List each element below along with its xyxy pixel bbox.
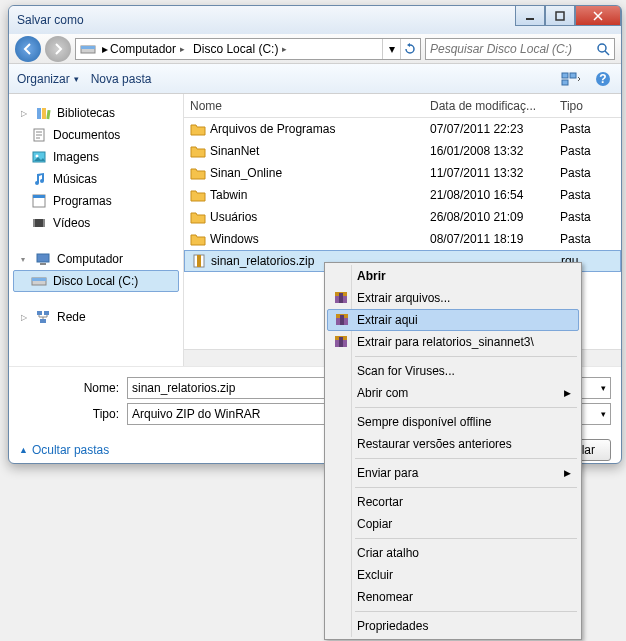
svg-rect-22 bbox=[40, 263, 46, 265]
winrar-icon bbox=[333, 290, 349, 306]
svg-rect-24 bbox=[32, 278, 46, 281]
sidebar-documents[interactable]: Documentos bbox=[13, 124, 179, 146]
breadcrumb-item[interactable]: ▸ Computador▸ bbox=[98, 40, 189, 58]
svg-rect-35 bbox=[340, 315, 344, 325]
svg-rect-7 bbox=[562, 80, 568, 85]
file-row[interactable]: SinanNet16/01/2008 13:32Pasta bbox=[184, 140, 621, 162]
file-row[interactable]: Arquivos de Programas07/07/2011 22:23Pas… bbox=[184, 118, 621, 140]
svg-rect-26 bbox=[44, 311, 49, 315]
svg-rect-17 bbox=[33, 195, 45, 198]
svg-rect-12 bbox=[46, 110, 50, 119]
hide-folders-link[interactable]: ▲ Ocultar pastas bbox=[19, 443, 109, 457]
submenu-arrow-icon: ▶ bbox=[564, 388, 571, 398]
sidebar-network[interactable]: ▷Rede bbox=[13, 306, 179, 328]
file-row[interactable]: Sinan_Online11/07/2011 13:32Pasta bbox=[184, 162, 621, 184]
drive-icon bbox=[80, 41, 96, 57]
ctx-send-to[interactable]: Enviar para▶ bbox=[327, 462, 579, 484]
new-folder-button[interactable]: Nova pasta bbox=[91, 72, 152, 86]
ctx-restore[interactable]: Restaurar versões anteriores bbox=[327, 433, 579, 455]
sidebar-libraries[interactable]: ▷Bibliotecas bbox=[13, 102, 179, 124]
search-icon bbox=[596, 42, 610, 56]
forward-button[interactable] bbox=[45, 36, 71, 62]
ctx-cut[interactable]: Recortar bbox=[327, 491, 579, 513]
svg-rect-27 bbox=[40, 319, 46, 323]
col-date[interactable]: Data de modificaç... bbox=[430, 99, 560, 113]
type-label: Tipo: bbox=[19, 407, 119, 421]
context-menu: Abrir Extrair arquivos... Extrair aqui E… bbox=[324, 262, 582, 640]
column-headers: Nome Data de modificaç... Tipo bbox=[184, 94, 621, 118]
search-box[interactable] bbox=[425, 38, 615, 60]
ctx-scan[interactable]: Scan for Viruses... bbox=[327, 360, 579, 382]
libraries-icon bbox=[35, 105, 51, 121]
svg-rect-3 bbox=[81, 46, 95, 49]
ctx-open[interactable]: Abrir bbox=[327, 265, 579, 287]
name-label: Nome: bbox=[19, 381, 119, 395]
ctx-extract-here[interactable]: Extrair aqui bbox=[327, 309, 579, 331]
refresh-button[interactable] bbox=[400, 39, 418, 59]
ctx-properties[interactable]: Propriedades bbox=[327, 615, 579, 637]
file-row[interactable]: Usuários26/08/2010 21:09Pasta bbox=[184, 206, 621, 228]
ctx-copy[interactable]: Copiar bbox=[327, 513, 579, 535]
svg-rect-29 bbox=[197, 255, 201, 267]
ctx-open-with[interactable]: Abrir com▶ bbox=[327, 382, 579, 404]
svg-rect-1 bbox=[556, 12, 564, 20]
help-icon[interactable]: ? bbox=[593, 71, 613, 87]
minimize-button[interactable] bbox=[515, 6, 545, 26]
submenu-arrow-icon: ▶ bbox=[564, 468, 571, 478]
breadcrumb-item[interactable]: Disco Local (C:)▸ bbox=[189, 40, 291, 58]
titlebar: Salvar como bbox=[9, 6, 621, 34]
winrar-icon bbox=[333, 334, 349, 350]
ctx-offline[interactable]: Sempre disponível offline bbox=[327, 411, 579, 433]
svg-rect-0 bbox=[526, 18, 534, 20]
view-options-icon[interactable] bbox=[561, 71, 581, 87]
search-input[interactable] bbox=[430, 42, 596, 56]
sidebar-videos[interactable]: Vídeos bbox=[13, 212, 179, 234]
svg-rect-38 bbox=[339, 337, 343, 347]
organize-button[interactable]: Organizar ▾ bbox=[17, 72, 79, 86]
drive-icon bbox=[31, 273, 47, 289]
svg-rect-32 bbox=[339, 293, 343, 303]
videos-icon bbox=[31, 215, 47, 231]
sidebar-images[interactable]: Imagens bbox=[13, 146, 179, 168]
file-row[interactable]: Tabwin21/08/2010 16:54Pasta bbox=[184, 184, 621, 206]
ctx-delete[interactable]: Excluir bbox=[327, 564, 579, 586]
programs-icon bbox=[31, 193, 47, 209]
chevron-down-icon[interactable]: ▾ bbox=[601, 383, 606, 393]
ctx-extract-to[interactable]: Extrair para relatorios_sinannet3\ bbox=[327, 331, 579, 353]
window-buttons bbox=[515, 6, 621, 26]
sidebar-music[interactable]: Músicas bbox=[13, 168, 179, 190]
documents-icon bbox=[31, 127, 47, 143]
ctx-extract-files[interactable]: Extrair arquivos... bbox=[327, 287, 579, 309]
svg-point-4 bbox=[598, 44, 606, 52]
music-icon bbox=[31, 171, 47, 187]
nav-bar: ▸ Computador▸ Disco Local (C:)▸ ▾ bbox=[9, 34, 621, 64]
toolbar: Organizar ▾ Nova pasta ? bbox=[9, 64, 621, 94]
sidebar-programs[interactable]: Programas bbox=[13, 190, 179, 212]
close-button[interactable] bbox=[575, 6, 621, 26]
address-bar[interactable]: ▸ Computador▸ Disco Local (C:)▸ ▾ bbox=[75, 38, 421, 60]
winrar-icon bbox=[334, 312, 350, 328]
computer-icon bbox=[35, 251, 51, 267]
sidebar: ▷Bibliotecas Documentos Imagens Músicas … bbox=[9, 94, 184, 366]
svg-rect-5 bbox=[562, 73, 568, 78]
ctx-shortcut[interactable]: Criar atalho bbox=[327, 542, 579, 564]
ctx-rename[interactable]: Renomear bbox=[327, 586, 579, 608]
maximize-button[interactable] bbox=[545, 6, 575, 26]
svg-rect-11 bbox=[42, 108, 46, 119]
svg-rect-19 bbox=[33, 219, 35, 227]
sidebar-computer[interactable]: ▾Computador bbox=[13, 248, 179, 270]
chevron-down-icon[interactable]: ▾ bbox=[601, 409, 606, 419]
sidebar-drive-c[interactable]: Disco Local (C:) bbox=[13, 270, 179, 292]
images-icon bbox=[31, 149, 47, 165]
svg-text:?: ? bbox=[599, 72, 606, 86]
svg-rect-21 bbox=[37, 254, 49, 262]
svg-rect-10 bbox=[37, 108, 41, 119]
col-type[interactable]: Tipo bbox=[560, 99, 621, 113]
address-dropdown[interactable]: ▾ bbox=[382, 39, 400, 59]
svg-rect-6 bbox=[570, 73, 576, 78]
window-title: Salvar como bbox=[17, 13, 84, 27]
col-name[interactable]: Nome bbox=[190, 99, 430, 113]
back-button[interactable] bbox=[15, 36, 41, 62]
network-icon bbox=[35, 309, 51, 325]
file-row[interactable]: Windows08/07/2011 18:19Pasta bbox=[184, 228, 621, 250]
